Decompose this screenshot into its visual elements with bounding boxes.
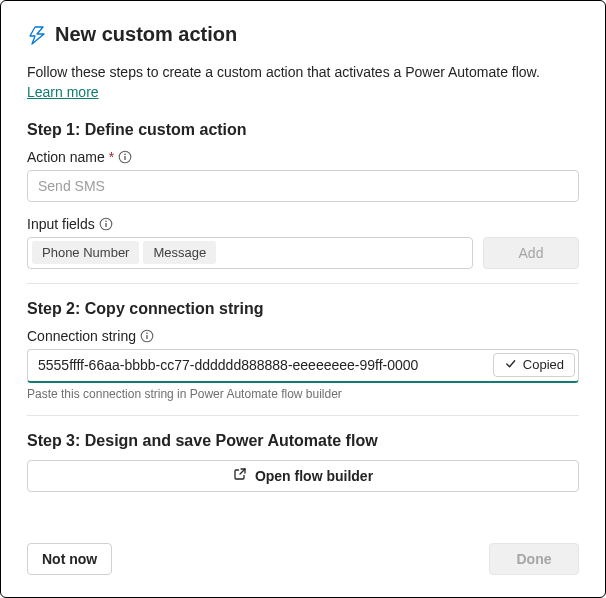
- copied-label: Copied: [523, 357, 564, 372]
- step-1-title: Step 1: Define custom action: [27, 121, 579, 139]
- required-asterisk: *: [109, 149, 114, 165]
- input-fields-label: Input fields: [27, 216, 579, 232]
- connection-string-field[interactable]: 5555ffff-66aa-bbbb-cc77-dddddd888888-eee…: [27, 349, 579, 383]
- connection-string-label-text: Connection string: [27, 328, 136, 344]
- lightning-icon: [27, 25, 47, 45]
- learn-more-link[interactable]: Learn more: [27, 84, 99, 100]
- not-now-button[interactable]: Not now: [27, 543, 112, 575]
- chip-message[interactable]: Message: [143, 241, 216, 264]
- svg-rect-2: [125, 153, 126, 154]
- connection-string-helper: Paste this connection string in Power Au…: [27, 387, 579, 401]
- svg-rect-4: [105, 223, 106, 227]
- intro-body: Follow these steps to create a custom ac…: [27, 64, 540, 80]
- divider: [27, 283, 579, 284]
- open-flow-builder-button[interactable]: Open flow builder: [27, 460, 579, 492]
- dialog-footer: Not now Done: [27, 543, 579, 575]
- divider: [27, 415, 579, 416]
- input-fields-label-text: Input fields: [27, 216, 95, 232]
- connection-string-label: Connection string: [27, 328, 579, 344]
- open-external-icon: [233, 467, 247, 484]
- done-button: Done: [489, 543, 579, 575]
- connection-string-value[interactable]: 5555ffff-66aa-bbbb-cc77-dddddd888888-eee…: [28, 351, 493, 379]
- input-fields-input[interactable]: Phone Number Message: [27, 237, 473, 269]
- info-icon[interactable]: [140, 329, 154, 343]
- dialog-title: New custom action: [55, 23, 237, 46]
- svg-rect-1: [125, 156, 126, 160]
- action-name-input[interactable]: [27, 170, 579, 202]
- dialog-header: New custom action: [27, 23, 579, 46]
- svg-rect-8: [146, 332, 147, 333]
- new-custom-action-dialog: New custom action Follow these steps to …: [0, 0, 606, 598]
- open-flow-builder-label: Open flow builder: [255, 468, 373, 484]
- action-name-label: Action name *: [27, 149, 579, 165]
- info-icon[interactable]: [118, 150, 132, 164]
- svg-rect-7: [146, 335, 147, 339]
- check-icon: [504, 357, 517, 373]
- action-name-label-text: Action name: [27, 149, 105, 165]
- info-icon[interactable]: [99, 217, 113, 231]
- add-button: Add: [483, 237, 579, 269]
- svg-rect-5: [105, 220, 106, 221]
- chip-phone-number[interactable]: Phone Number: [32, 241, 139, 264]
- step-2-title: Step 2: Copy connection string: [27, 300, 579, 318]
- copied-button[interactable]: Copied: [493, 353, 575, 377]
- step-3-title: Step 3: Design and save Power Automate f…: [27, 432, 579, 450]
- intro-text: Follow these steps to create a custom ac…: [27, 62, 579, 103]
